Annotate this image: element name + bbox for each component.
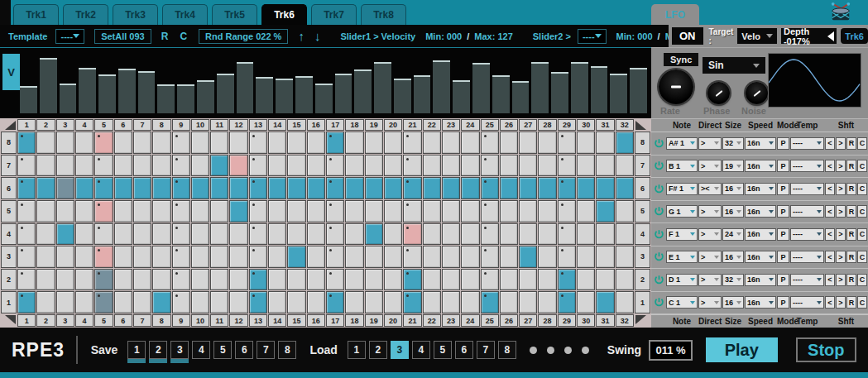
step-cell-r8-c6[interactable]	[114, 132, 132, 154]
velocity-bar-16[interactable]	[315, 84, 333, 113]
row-clear-button-7[interactable]: C	[857, 160, 867, 172]
shift-right-button-2[interactable]: >	[836, 274, 846, 286]
step-cell-r8-c20[interactable]	[384, 132, 402, 154]
step-cell-r2-c27[interactable]	[519, 269, 537, 291]
step-cell-r6-c12[interactable]	[229, 177, 247, 199]
step-cell-r8-c2[interactable]	[36, 132, 55, 154]
lfo-sync-button[interactable]: Sync	[664, 53, 698, 66]
step-cell-r7-c1[interactable]	[17, 155, 36, 177]
tab-trk3[interactable]: Trk3	[113, 4, 158, 25]
velocity-bar-21[interactable]	[414, 75, 431, 113]
step-cell-r8-c3[interactable]	[56, 132, 74, 154]
noise-knob[interactable]	[746, 82, 768, 104]
step-cell-r5-c30[interactable]	[577, 200, 595, 222]
step-cell-r8-c18[interactable]	[345, 132, 363, 154]
direction-select-3[interactable]: >	[698, 251, 722, 263]
shift-right-button-8[interactable]: >	[836, 137, 846, 150]
step-cell-r4-c10[interactable]	[191, 223, 209, 246]
step-cell-r3-c32[interactable]	[616, 246, 634, 268]
note-select-8[interactable]: A# 1	[666, 137, 698, 150]
step-cell-r2-c21[interactable]	[403, 269, 421, 291]
step-cell-r8-c12[interactable]	[229, 132, 247, 154]
shift-left-button-8[interactable]: <	[825, 137, 835, 150]
velocity-bar-12[interactable]	[237, 62, 254, 113]
direction-select-4[interactable]: >	[698, 228, 722, 241]
step-cell-r8-c11[interactable]	[210, 132, 228, 154]
tab-trk7[interactable]: Trk7	[311, 4, 357, 25]
step-cell-r3-c9[interactable]	[172, 246, 190, 268]
step-cell-r4-c1[interactable]	[17, 223, 36, 246]
step-cell-r1-c19[interactable]	[365, 291, 383, 313]
temp-select-6[interactable]: ----	[790, 183, 824, 195]
step-cell-r1-c9[interactable]	[172, 291, 190, 313]
step-cell-r6-c1[interactable]	[17, 177, 36, 199]
step-cell-r3-c23[interactable]	[442, 246, 460, 268]
mode-button-6[interactable]: P	[777, 183, 789, 195]
direction-select-8[interactable]: >	[698, 137, 722, 150]
step-cell-r7-c23[interactable]	[442, 155, 460, 177]
step-cell-r5-c8[interactable]	[152, 200, 170, 222]
step-cell-r6-c31[interactable]	[596, 177, 614, 199]
step-cell-r8-c32[interactable]	[616, 132, 634, 154]
mode-button-2[interactable]: P	[777, 274, 789, 286]
step-cell-r8-c28[interactable]	[538, 132, 556, 154]
step-cell-r2-c1[interactable]	[17, 269, 36, 291]
step-cell-r6-c29[interactable]	[558, 177, 576, 199]
temp-select-5[interactable]: ----	[790, 205, 824, 218]
step-cell-r2-c6[interactable]	[114, 269, 132, 291]
step-cell-r6-c30[interactable]	[577, 177, 595, 199]
speed-select-4[interactable]: 16n	[745, 228, 776, 241]
step-cell-r2-c26[interactable]	[500, 269, 518, 291]
step-cell-r6-c5[interactable]	[94, 177, 113, 199]
rate-knob[interactable]	[659, 69, 693, 104]
step-cell-r5-c29[interactable]	[558, 200, 576, 222]
step-cell-r6-c2[interactable]	[36, 177, 55, 199]
step-cell-r6-c19[interactable]	[365, 177, 383, 199]
save-slot-8[interactable]: 8	[278, 341, 296, 359]
step-cell-r8-c4[interactable]	[75, 132, 94, 154]
step-cell-r8-c29[interactable]	[558, 132, 576, 154]
step-cell-r1-c11[interactable]	[210, 291, 228, 313]
tab-lfo[interactable]: LFO	[651, 4, 699, 25]
step-cell-r8-c8[interactable]	[152, 132, 170, 154]
shift-left-button-1[interactable]: <	[825, 296, 835, 309]
step-cell-r2-c17[interactable]	[326, 269, 344, 291]
step-cell-r3-c22[interactable]	[423, 246, 441, 268]
step-cell-r8-c15[interactable]	[287, 132, 305, 154]
shift-left-button-3[interactable]: <	[825, 251, 835, 263]
row-clear-button-2[interactable]: C	[857, 274, 867, 286]
velocity-bar-29[interactable]	[571, 62, 588, 113]
step-cell-r1-c17[interactable]	[326, 291, 344, 313]
speed-select-8[interactable]: 16n	[745, 137, 776, 150]
step-cell-r4-c14[interactable]	[268, 223, 286, 246]
step-cell-r5-c1[interactable]	[17, 200, 36, 222]
step-cell-r4-c5[interactable]	[94, 223, 113, 246]
velocity-bar-7[interactable]	[138, 71, 156, 113]
step-cell-r1-c32[interactable]	[616, 291, 634, 313]
step-cell-r1-c31[interactable]	[596, 291, 614, 313]
step-cell-r1-c8[interactable]	[152, 291, 170, 313]
step-cell-r2-c14[interactable]	[268, 269, 286, 291]
step-cell-r4-c26[interactable]	[500, 223, 518, 246]
step-cell-r6-c16[interactable]	[307, 177, 325, 199]
step-cell-r1-c30[interactable]	[577, 291, 595, 313]
step-cell-r1-c13[interactable]	[249, 291, 267, 313]
step-cell-r1-c22[interactable]	[423, 291, 441, 313]
step-cell-r2-c29[interactable]	[558, 269, 576, 291]
step-cell-r7-c9[interactable]	[172, 155, 190, 177]
shift-right-button-5[interactable]: >	[836, 205, 846, 218]
step-cell-r3-c17[interactable]	[326, 246, 344, 268]
pattern-dot-3[interactable]	[564, 347, 572, 354]
velocity-bar-24[interactable]	[472, 63, 490, 113]
step-cell-r8-c21[interactable]	[403, 132, 421, 154]
step-cell-r8-c25[interactable]	[481, 132, 499, 154]
step-cell-r7-c8[interactable]	[152, 155, 170, 177]
note-select-5[interactable]: G 1	[666, 205, 698, 218]
step-cell-r1-c3[interactable]	[56, 291, 74, 313]
power-icon[interactable]	[653, 297, 665, 308]
step-cell-r6-c4[interactable]	[75, 177, 94, 199]
row-clear-button-5[interactable]: C	[857, 205, 867, 218]
pattern-dot-2[interactable]	[547, 347, 554, 354]
step-cell-r2-c23[interactable]	[442, 269, 460, 291]
step-cell-r6-c7[interactable]	[133, 177, 151, 199]
